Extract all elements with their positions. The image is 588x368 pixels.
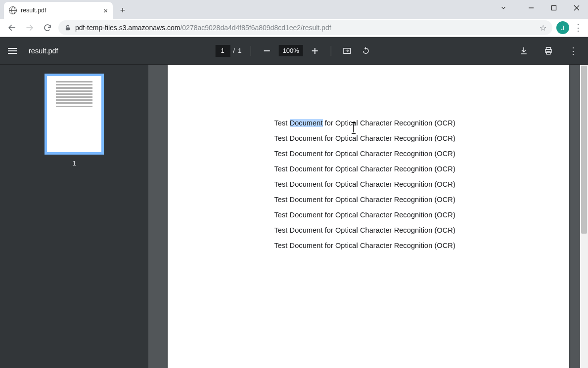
- url-path: /0278ac9028da4d4f85f6a809d8cd1ee2/result…: [180, 24, 331, 32]
- maximize-icon: [551, 5, 557, 11]
- address-bar: pdf-temp-files.s3.amazonaws.com/0278ac90…: [0, 19, 588, 37]
- tab-title: result.pdf: [21, 7, 99, 14]
- reload-icon: [43, 23, 52, 32]
- omnibox[interactable]: pdf-temp-files.s3.amazonaws.com/0278ac90…: [58, 20, 552, 35]
- chevron-down-icon: [500, 4, 507, 11]
- text-line[interactable]: Test Document for Optical Character Reco…: [274, 242, 462, 249]
- page-indicator: / 1: [215, 45, 241, 57]
- rotate-button[interactable]: [359, 44, 373, 58]
- more-actions-button[interactable]: ⋮: [566, 44, 580, 58]
- new-tab-button[interactable]: +: [116, 3, 130, 17]
- text-line[interactable]: Test Document for Optical Character Reco…: [274, 196, 462, 204]
- viewer-body: 1 Test Document for Optical Character Re…: [0, 65, 588, 368]
- window-close-button[interactable]: [565, 0, 588, 15]
- text-line[interactable]: Test Document for Optical Character Reco…: [274, 165, 462, 173]
- close-icon: [574, 5, 580, 11]
- window-controls: [492, 0, 588, 16]
- menu-button[interactable]: [8, 46, 17, 55]
- toolbar-right: ⋮: [517, 44, 580, 58]
- bookmark-star-icon[interactable]: ☆: [540, 23, 546, 33]
- page-text[interactable]: Test Document for Optical Character Reco…: [274, 119, 462, 249]
- url-host: pdf-temp-files.s3.amazonaws.com: [75, 24, 180, 32]
- download-icon: [519, 46, 528, 55]
- page-total: 1: [238, 47, 242, 54]
- divider: [251, 46, 251, 56]
- file-name: result.pdf: [29, 47, 58, 55]
- page-thumbnail[interactable]: [45, 74, 104, 155]
- minus-icon: [263, 47, 271, 55]
- profile-avatar[interactable]: J: [556, 21, 569, 34]
- lock-icon: [64, 24, 71, 31]
- browser-tab[interactable]: result.pdf ×: [4, 2, 113, 19]
- avatar-initial: J: [561, 24, 565, 32]
- vertical-scrollbar[interactable]: [580, 65, 588, 368]
- nav-forward-button[interactable]: [23, 21, 37, 35]
- arrow-left-icon: [7, 23, 16, 32]
- page-area[interactable]: Test Document for Optical Character Reco…: [148, 65, 588, 368]
- pdf-viewer: result.pdf / 1 100%: [0, 37, 588, 368]
- text-line[interactable]: Test Document for Optical Character Reco…: [274, 150, 462, 158]
- rotate-icon: [362, 46, 370, 55]
- page-separator: /: [233, 47, 235, 54]
- browser-menu-button[interactable]: ⋮: [573, 22, 583, 33]
- url-text: pdf-temp-files.s3.amazonaws.com/0278ac90…: [75, 24, 536, 32]
- page-number-input[interactable]: [215, 45, 230, 57]
- nav-reload-button[interactable]: [41, 21, 54, 35]
- hamburger-icon: [8, 48, 17, 49]
- globe-icon: [9, 6, 17, 14]
- print-button[interactable]: [542, 44, 555, 58]
- thumbnail-label: 1: [72, 160, 76, 167]
- svg-rect-1: [552, 6, 556, 10]
- toolbar-center: / 1 100%: [215, 44, 373, 58]
- window-minimize-button[interactable]: [520, 0, 543, 15]
- zoom-in-button[interactable]: [308, 44, 322, 58]
- fit-page-button[interactable]: [340, 44, 354, 58]
- download-button[interactable]: [517, 44, 531, 58]
- thumbnail-panel: 1: [0, 65, 148, 368]
- pdf-page[interactable]: Test Document for Optical Character Reco…: [168, 65, 569, 368]
- text-line[interactable]: Test Document for Optical Character Reco…: [274, 211, 462, 219]
- print-icon: [544, 46, 553, 55]
- zoom-level[interactable]: 100%: [279, 45, 303, 56]
- svg-rect-4: [66, 27, 70, 30]
- text-line[interactable]: Test Document for Optical Character Reco…: [274, 119, 462, 127]
- arrow-right-icon: [25, 23, 34, 32]
- text-cursor-icon: [353, 123, 354, 132]
- tab-search-button[interactable]: [492, 4, 515, 11]
- divider: [331, 46, 331, 56]
- close-tab-icon[interactable]: ×: [103, 6, 108, 15]
- text-line[interactable]: Test Document for Optical Character Reco…: [274, 134, 462, 142]
- toolbar-left: result.pdf: [8, 46, 58, 55]
- text-line[interactable]: Test Document for Optical Character Reco…: [274, 180, 462, 188]
- fit-page-icon: [343, 46, 352, 55]
- zoom-out-button[interactable]: [260, 44, 274, 58]
- window-maximize-button[interactable]: [543, 0, 565, 15]
- scrollbar-thumb[interactable]: [581, 66, 587, 234]
- pdf-toolbar: result.pdf / 1 100%: [0, 37, 588, 65]
- text-line[interactable]: Test Document for Optical Character Reco…: [274, 226, 462, 234]
- minimize-icon: [528, 5, 534, 11]
- plus-icon: [311, 47, 319, 55]
- nav-back-button[interactable]: [5, 21, 19, 35]
